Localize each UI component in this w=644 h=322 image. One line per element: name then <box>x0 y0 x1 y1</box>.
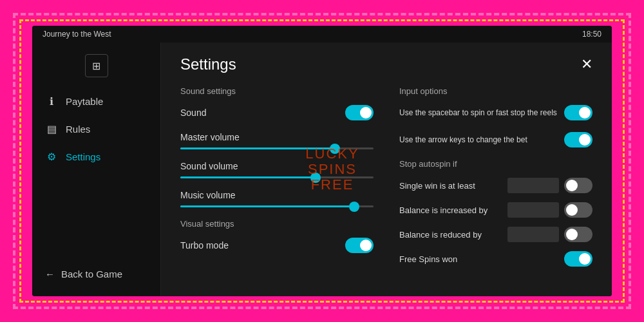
music-volume-row: Music volume <box>180 190 374 207</box>
arrow-keys-toggle[interactable] <box>564 132 592 147</box>
back-label: Back to Game <box>61 269 122 279</box>
single-win-track <box>564 178 592 193</box>
settings-panel: LUCKY SPINS FREE Settings ✕ Sound settin… <box>161 43 612 296</box>
right-column: Input options Use the spacebar to spin o… <box>399 86 592 276</box>
single-win-input[interactable] <box>507 178 559 193</box>
balance-increased-input[interactable] <box>507 202 559 218</box>
sound-toggle-knob <box>360 107 372 118</box>
arrow-keys-label: Use the arrow keys to change the bet <box>399 135 564 144</box>
arrow-toggle-knob <box>579 134 591 146</box>
music-volume-fill <box>180 205 354 207</box>
turbo-toggle-knob <box>360 240 372 251</box>
settings-header: Settings ✕ <box>180 55 592 73</box>
spacebar-label: Use the spacebar to spin or fast stop th… <box>399 108 564 117</box>
spacebar-toggle-track <box>564 105 592 120</box>
balance-inc-track <box>564 202 592 218</box>
back-to-game-button[interactable]: ← Back to Game <box>32 258 160 290</box>
settings-columns: Sound settings Sound M <box>180 86 592 276</box>
free-spins-controls <box>564 251 592 267</box>
balance-red-knob <box>566 229 578 240</box>
game-title: Journey to the West <box>43 30 111 39</box>
sound-volume-label: Sound volume <box>180 161 374 171</box>
visual-section-label: Visual settings <box>180 219 374 229</box>
balance-red-track <box>564 227 592 242</box>
sound-toggle-track <box>345 105 374 120</box>
sidebar-item-rules[interactable]: ▤ Rules <box>32 115 160 143</box>
sound-volume-track[interactable] <box>180 176 374 178</box>
balance-increased-label: Balance is increased by <box>399 205 502 215</box>
master-volume-row: Master volume <box>180 132 374 149</box>
clock: 18:50 <box>582 30 601 39</box>
input-section-label: Input options <box>399 86 592 96</box>
free-spins-track <box>564 251 592 267</box>
sidebar-item-paytable[interactable]: ℹ Paytable <box>32 88 160 115</box>
sidebar: ⊞ ℹ Paytable ▤ Rules ⚙ Settings ← Back t… <box>32 43 161 296</box>
music-volume-label: Music volume <box>180 190 374 200</box>
left-column: Sound settings Sound M <box>180 86 374 276</box>
free-spins-knob <box>579 253 591 265</box>
single-win-toggle[interactable] <box>564 178 592 193</box>
single-win-row: Single win is at least <box>399 178 592 193</box>
arrow-toggle-track <box>564 132 592 147</box>
single-win-knob <box>566 180 578 191</box>
sound-toggle-row: Sound <box>180 105 374 120</box>
back-arrow-icon: ← <box>45 269 55 279</box>
spacebar-toggle[interactable] <box>564 105 592 120</box>
balance-reduced-label: Balance is reduced by <box>399 230 502 240</box>
close-button[interactable]: ✕ <box>581 57 592 71</box>
gear-icon: ⚙ <box>45 151 58 163</box>
balance-inc-knob <box>566 204 578 216</box>
expand-icon: ⊞ <box>92 60 100 72</box>
top-bar: Journey to the West 18:50 <box>32 26 612 43</box>
master-volume-thumb <box>330 144 340 154</box>
settings-title: Settings <box>180 55 236 73</box>
sound-section-label: Sound settings <box>180 86 374 96</box>
paytable-label: Paytable <box>66 96 103 107</box>
master-volume-fill <box>180 147 335 149</box>
balance-increased-controls <box>507 202 592 218</box>
turbo-mode-row: Turbo mode <box>180 238 374 253</box>
spacebar-row: Use the spacebar to spin or fast stop th… <box>399 105 592 120</box>
main-content: ⊞ ℹ Paytable ▤ Rules ⚙ Settings ← Back t… <box>32 43 612 296</box>
balance-reduced-row: Balance is reduced by <box>399 227 592 242</box>
balance-reduced-toggle[interactable] <box>564 227 592 242</box>
sound-toggle[interactable] <box>345 105 374 120</box>
expand-button[interactable]: ⊞ <box>85 54 108 77</box>
arrow-keys-row: Use the arrow keys to change the bet <box>399 132 592 147</box>
sound-label: Sound <box>180 108 345 118</box>
balance-increased-row: Balance is increased by <box>399 202 592 218</box>
balance-reduced-controls <box>507 227 592 242</box>
sound-volume-row: Sound volume <box>180 161 374 178</box>
rules-label: Rules <box>66 124 90 135</box>
autospin-section-label: Stop autospin if <box>399 159 592 169</box>
outer-border: Journey to the West 18:50 ⊞ ℹ Paytable ▤… <box>13 13 631 309</box>
turbo-toggle-track <box>345 238 374 253</box>
spacebar-toggle-knob <box>579 107 591 118</box>
music-volume-track[interactable] <box>180 205 374 207</box>
rules-icon: ▤ <box>45 123 58 135</box>
turbo-mode-toggle[interactable] <box>345 238 374 253</box>
turbo-mode-label: Turbo mode <box>180 240 345 251</box>
balance-reduced-input[interactable] <box>507 227 559 242</box>
info-icon: ℹ <box>45 95 58 108</box>
free-spins-label: Free Spins won <box>399 254 559 264</box>
sidebar-item-settings[interactable]: ⚙ Settings <box>32 143 160 171</box>
free-spins-toggle[interactable] <box>564 251 592 267</box>
sound-volume-thumb <box>310 173 321 183</box>
game-window: Journey to the West 18:50 ⊞ ℹ Paytable ▤… <box>32 26 612 296</box>
sound-volume-fill <box>180 176 316 178</box>
music-volume-thumb <box>349 202 359 212</box>
balance-increased-toggle[interactable] <box>564 202 592 218</box>
settings-label: Settings <box>66 151 100 162</box>
single-win-label: Single win is at least <box>399 181 502 191</box>
single-win-controls <box>507 178 592 193</box>
free-spins-row: Free Spins won <box>399 251 592 267</box>
master-volume-track[interactable] <box>180 147 374 149</box>
master-volume-label: Master volume <box>180 132 374 142</box>
